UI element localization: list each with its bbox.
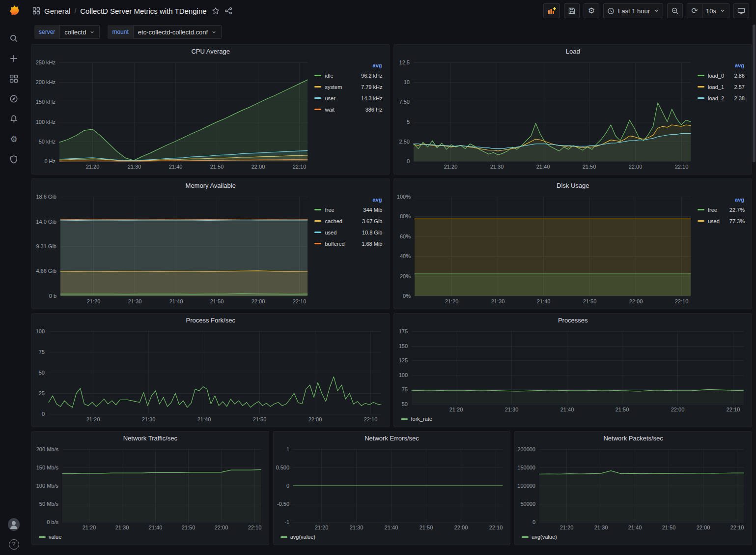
panel-title-load[interactable]: Load (394, 45, 752, 58)
load-chart[interactable]: 02.5057.501012.521:2021:3021:4021:5022:0… (396, 58, 697, 171)
user-avatar[interactable] (8, 519, 20, 530)
legend-item-system[interactable]: system7.79 kHz (314, 81, 382, 92)
svg-text:22:10: 22:10 (489, 525, 503, 530)
legend-item-load_2[interactable]: load_22.38 (698, 92, 745, 104)
refresh-icon[interactable]: ⟳ (687, 3, 702, 18)
panel-title-network-packets[interactable]: Network Packets/sec (515, 432, 752, 444)
svg-text:21:20: 21:20 (86, 164, 100, 170)
dashboards-icon[interactable] (8, 73, 20, 85)
panel-title-cpu-average[interactable]: CPU Average (32, 45, 389, 58)
svg-text:22:10: 22:10 (293, 298, 307, 304)
svg-text:200 Mb/s: 200 Mb/s (36, 446, 59, 452)
legend-item-free[interactable]: free344 Mib (314, 204, 382, 215)
legend-item-avg(value)[interactable]: avg(value) (522, 534, 557, 540)
dashboard-title[interactable]: CollectD Server Metrics with TDengine (80, 7, 206, 15)
disk-usage-chart[interactable]: 0%20%40%60%80%100%21:2021:3021:4021:5022… (396, 192, 697, 306)
svg-text:21:40: 21:40 (197, 416, 211, 422)
process-fork-chart[interactable]: 025507510021:2021:3021:4021:5022:0022:10 (34, 326, 387, 424)
legend-item-load_1[interactable]: load_12.57 (698, 81, 745, 92)
svg-text:100: 100 (36, 328, 45, 334)
time-range-picker[interactable]: Last 1 hour (603, 3, 663, 18)
svg-text:25: 25 (39, 390, 45, 396)
scrollbar-thumb[interactable] (753, 25, 756, 162)
variable-mount-dropdown[interactable]: etc-collectd-collectd.conf (133, 25, 222, 39)
alerting-bell-icon[interactable] (8, 113, 20, 125)
svg-text:21:50: 21:50 (583, 298, 597, 304)
svg-text:21:30: 21:30 (594, 525, 608, 530)
variable-mount-label: mount (108, 25, 133, 39)
grafana-logo[interactable] (5, 3, 22, 20)
svg-text:22:00: 22:00 (671, 407, 685, 412)
legend-avg-header: avg (698, 197, 745, 203)
panel-title-disk-usage[interactable]: Disk Usage (394, 179, 752, 192)
network-errors-chart[interactable]: -1-0.5000.500121:2021:3021:4021:5022:002… (276, 444, 508, 532)
scrollbar[interactable] (752, 0, 756, 555)
svg-text:4.66 Gib: 4.66 Gib (36, 268, 56, 274)
panel-load: Load 02.5057.501012.521:2021:3021:4021:5… (393, 44, 752, 175)
svg-text:21:20: 21:20 (314, 525, 328, 530)
cpu-average-chart[interactable]: 0 Hz50 kHz100 kHz150 kHz200 kHz250 kHz21… (34, 58, 313, 171)
legend-item-wait[interactable]: wait386 Hz (314, 104, 382, 115)
legend-item-used[interactable]: used10.8 Gib (314, 227, 382, 238)
svg-text:22:10: 22:10 (675, 164, 689, 170)
processes-chart[interactable]: 507510012515017521:2021:3021:4021:5022:0… (396, 326, 750, 414)
variable-mount: mount etc-collectd-collectd.conf (108, 25, 222, 39)
panel-title-process-fork[interactable]: Process Fork/sec (32, 314, 389, 326)
configuration-gear-icon[interactable]: ⚙ (8, 133, 20, 145)
legend-item-value[interactable]: value (39, 534, 61, 540)
add-panel-button[interactable] (543, 3, 560, 18)
panel-title-memory-available[interactable]: Memory Available (32, 179, 389, 192)
svg-text:22:10: 22:10 (675, 298, 689, 304)
memory-available-chart[interactable]: 0 b4.66 Gib9.31 Gib14.0 Gib18.6 Gib21:20… (34, 192, 313, 306)
legend-item-idle[interactable]: idle96.2 kHz (314, 70, 382, 81)
legend-item-load_0[interactable]: load_02.86 (698, 70, 745, 81)
panel-title-network-errors[interactable]: Network Errors/sec (274, 432, 510, 444)
svg-text:22:00: 22:00 (252, 164, 265, 170)
svg-text:21:20: 21:20 (449, 407, 463, 412)
variable-server-dropdown[interactable]: collectd (59, 25, 100, 39)
svg-text:22:00: 22:00 (629, 298, 643, 304)
panel-title-network-traffic[interactable]: Network Traffic/sec (32, 432, 269, 444)
network-packets-chart[interactable]: 05000010000015000020000021:2021:3021:402… (517, 444, 750, 532)
svg-text:21:40: 21:40 (536, 164, 550, 170)
legend-item-cached[interactable]: cached3.67 Gib (314, 215, 382, 227)
server-admin-shield-icon[interactable] (8, 153, 20, 165)
legend-item-fork_rate[interactable]: fork_rate (401, 416, 432, 422)
legend-item-user[interactable]: user14.3 kHz (314, 92, 382, 104)
save-dashboard-button[interactable] (564, 3, 580, 18)
svg-text:125: 125 (399, 357, 408, 363)
create-plus-icon[interactable] (8, 53, 20, 64)
svg-text:21:30: 21:30 (505, 407, 519, 412)
svg-text:75: 75 (39, 349, 45, 355)
cycle-view-button[interactable] (733, 3, 749, 18)
star-icon[interactable] (212, 7, 220, 15)
svg-text:150 kHz: 150 kHz (36, 99, 56, 105)
search-icon[interactable] (8, 32, 20, 44)
refresh-interval-dropdown[interactable]: 10s (702, 3, 729, 18)
svg-text:50 kHz: 50 kHz (39, 139, 56, 145)
network-traffic-chart[interactable]: 0 b/s50 Mb/s100 Mb/s150 Mb/s200 Mb/s21:2… (34, 444, 267, 532)
sidebar-bottom: ? (8, 519, 20, 550)
dashboard-settings-button[interactable]: ⚙ (584, 3, 599, 18)
svg-text:21:20: 21:20 (87, 298, 101, 304)
breadcrumb-folder[interactable]: General (44, 7, 70, 15)
svg-text:21:30: 21:30 (491, 298, 505, 304)
help-icon[interactable]: ? (8, 538, 20, 550)
legend-item-buffered[interactable]: buffered1.68 Mib (314, 238, 382, 249)
variable-server-label: server (34, 25, 59, 39)
svg-text:22:00: 22:00 (308, 416, 322, 422)
legend-item-free[interactable]: free22.7% (698, 204, 745, 215)
svg-text:100%: 100% (397, 194, 411, 200)
svg-text:22:00: 22:00 (215, 525, 228, 530)
svg-text:21:40: 21:40 (149, 525, 163, 530)
variable-server-value: collectd (64, 29, 86, 36)
panel-title-processes[interactable]: Processes (394, 314, 752, 326)
explore-compass-icon[interactable] (8, 93, 20, 105)
legend-item-avg(value)[interactable]: avg(value) (280, 534, 315, 540)
svg-text:22:10: 22:10 (293, 164, 307, 170)
legend-item-used[interactable]: used77.3% (698, 215, 745, 227)
apps-icon (32, 7, 40, 15)
zoom-out-button[interactable] (667, 3, 683, 18)
share-icon[interactable] (224, 7, 232, 15)
svg-text:21:30: 21:30 (115, 525, 129, 530)
